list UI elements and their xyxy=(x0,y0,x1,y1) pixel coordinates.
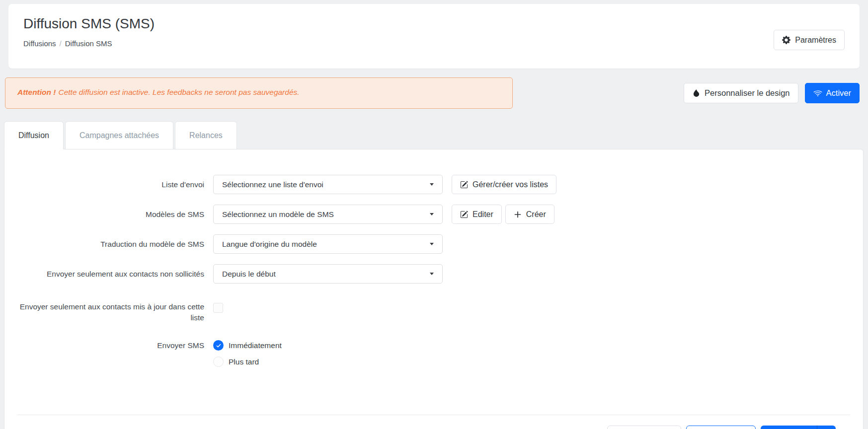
form-row-template-translation: Traduction du modèle de SMS Langue d'ori… xyxy=(4,234,863,254)
settings-button-label: Paramètres xyxy=(795,36,836,45)
send-test-button[interactable]: Envoyer un test xyxy=(607,426,681,429)
manage-lists-label: Gérer/créer vos listes xyxy=(473,180,548,189)
footer-divider xyxy=(17,415,850,415)
send-sms-radio-group: Immédiatement Plus tard xyxy=(213,340,282,367)
wifi-icon xyxy=(813,89,822,97)
sms-template-selected-value: Sélectionnez un modèle de SMS xyxy=(222,210,334,219)
caret-down-icon xyxy=(430,273,434,275)
send-split-button: Envoyer xyxy=(761,426,836,429)
pencil-square-icon xyxy=(460,181,468,189)
caret-down-icon xyxy=(430,183,434,186)
form-row-sms-template: Modèles de SMS Sélectionnez un modèle de… xyxy=(4,205,863,224)
send-button[interactable]: Envoyer xyxy=(761,426,817,429)
tab-campagnes-attachees[interactable]: Campagnes attachées xyxy=(65,121,173,149)
pencil-square-icon xyxy=(460,211,468,218)
radio-unchecked-icon[interactable] xyxy=(213,357,224,367)
send-list-label: Liste d'envoi xyxy=(4,179,213,190)
radio-option-later[interactable]: Plus tard xyxy=(213,357,282,367)
page-title: Diffusion SMS (SMS) xyxy=(23,16,155,32)
sms-template-label: Modèles de SMS xyxy=(4,209,213,220)
updated-contacts-checkbox[interactable] xyxy=(213,303,223,313)
customize-design-button[interactable]: Personnaliser le design xyxy=(684,83,798,103)
radio-immediately-label: Immédiatement xyxy=(229,341,282,350)
tab-relances[interactable]: Relances xyxy=(175,121,237,149)
breadcrumb: Diffusions / Diffusion SMS xyxy=(23,39,155,48)
form-row-unsolicited-contacts: Envoyer seulement aux contacts non solli… xyxy=(4,264,863,284)
template-translation-selected-value: Langue d'origine du modèle xyxy=(222,240,317,249)
send-list-selected-value: Sélectionnez une liste d'envoi xyxy=(222,180,323,189)
caret-down-icon xyxy=(430,243,434,245)
diffusion-panel: Liste d'envoi Sélectionnez une liste d'e… xyxy=(4,149,864,429)
breadcrumb-separator: / xyxy=(60,39,62,48)
gear-icon xyxy=(782,36,790,44)
alert-row: Attention !Cette diffusion est inactive.… xyxy=(5,77,860,109)
edit-template-label: Editer xyxy=(473,210,493,219)
unsolicited-contacts-selected-value: Depuis le début xyxy=(222,270,276,279)
send-dropdown-toggle[interactable] xyxy=(817,426,836,429)
breadcrumb-current: Diffusion SMS xyxy=(65,39,112,48)
unsolicited-contacts-label: Envoyer seulement aux contacts non solli… xyxy=(4,269,213,280)
tab-diffusion[interactable]: Diffusion xyxy=(4,121,64,149)
sms-template-select[interactable]: Sélectionnez un modèle de SMS xyxy=(213,205,443,224)
updated-contacts-label: Envoyer seulement aux contacts mis à jou… xyxy=(4,301,213,323)
footer-actions: Envoyer un test Enregistrer Envoyer xyxy=(4,426,836,429)
page-header: Diffusion SMS (SMS) Diffusions / Diffusi… xyxy=(8,4,860,69)
create-template-button[interactable]: Créer xyxy=(505,205,554,224)
form-row-updated-contacts: Envoyer seulement aux contacts mis à jou… xyxy=(4,301,863,323)
droplet-icon xyxy=(692,89,700,97)
edit-template-button[interactable]: Editer xyxy=(452,205,502,224)
form-row-send-list: Liste d'envoi Sélectionnez une liste d'e… xyxy=(4,175,863,194)
activate-button[interactable]: Activer xyxy=(805,83,860,103)
activate-label: Activer xyxy=(826,88,851,98)
template-translation-select[interactable]: Langue d'origine du modèle xyxy=(213,234,443,254)
send-sms-label: Envoyer SMS xyxy=(4,340,213,351)
form-row-send-sms: Envoyer SMS Immédiatement Plus tard xyxy=(4,340,863,367)
header-left: Diffusion SMS (SMS) Diffusions / Diffusi… xyxy=(23,16,155,48)
unsolicited-contacts-select[interactable]: Depuis le début xyxy=(213,264,443,284)
alert-message: Cette diffusion est inactive. Les feedba… xyxy=(58,88,299,96)
alert-title: Attention ! xyxy=(17,88,56,96)
template-translation-label: Traduction du modèle de SMS xyxy=(4,239,213,250)
settings-button[interactable]: Paramètres xyxy=(774,30,845,50)
radio-checked-icon[interactable] xyxy=(213,340,224,351)
save-button[interactable]: Enregistrer xyxy=(686,426,756,429)
send-list-select[interactable]: Sélectionnez une liste d'envoi xyxy=(213,175,443,194)
radio-option-immediately[interactable]: Immédiatement xyxy=(213,340,282,351)
caret-down-icon xyxy=(430,213,434,215)
customize-design-label: Personnaliser le design xyxy=(705,88,790,98)
header-actions: Personnaliser le design Activer xyxy=(684,83,860,103)
plus-icon xyxy=(514,211,522,218)
create-template-label: Créer xyxy=(526,210,546,219)
tab-bar: Diffusion Campagnes attachées Relances xyxy=(4,121,868,149)
inactive-warning-alert: Attention !Cette diffusion est inactive.… xyxy=(5,77,513,109)
manage-lists-button[interactable]: Gérer/créer vos listes xyxy=(452,175,556,194)
radio-later-label: Plus tard xyxy=(229,358,259,366)
breadcrumb-home[interactable]: Diffusions xyxy=(23,39,56,48)
